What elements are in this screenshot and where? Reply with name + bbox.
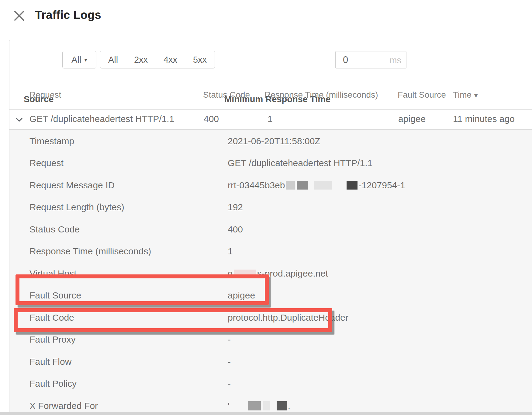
- row-time: 11 minutes ago: [453, 114, 515, 124]
- detail-label: X Forwarded For: [29, 399, 98, 412]
- redaction-block: [347, 181, 358, 190]
- row-status-code: 400: [204, 114, 219, 124]
- detail-value: '.: [228, 399, 290, 412]
- column-time-label: Time: [453, 90, 472, 99]
- value-prefix: ': [228, 401, 230, 411]
- column-request: Request: [29, 90, 61, 100]
- table-header: Request Status Code Response Time (milli…: [9, 90, 532, 109]
- detail-row-fault-source: Fault Source apigee: [9, 289, 532, 302]
- detail-row-request: Request GET /duplicateheadertest HTTP/1.…: [9, 157, 532, 169]
- bottom-strip: [0, 412, 532, 415]
- row-fault-source: apigee: [398, 114, 426, 124]
- detail-value: gs-prod.apigee.net: [228, 267, 328, 280]
- detail-value: rrt-03445b3eb-1207954-1: [228, 179, 405, 192]
- detail-row-request-message-id: Request Message ID rrt-03445b3eb-1207954…: [9, 179, 532, 192]
- detail-value: 192: [228, 201, 243, 214]
- detail-label: Fault Policy: [29, 377, 77, 390]
- detail-row-fault-flow: Fault Flow -: [9, 355, 532, 368]
- detail-label: Status Code: [29, 223, 80, 236]
- detail-row-fault-policy: Fault Policy -: [9, 377, 532, 390]
- column-time-sort[interactable]: Time▼: [453, 90, 479, 100]
- log-detail-panel: Timestamp 2021-06-20T11:58:00Z Request G…: [9, 130, 532, 412]
- redaction-block: [277, 401, 287, 410]
- sort-desc-icon: ▼: [473, 92, 479, 99]
- detail-label: Request: [29, 157, 64, 169]
- value-suffix: .: [288, 401, 290, 411]
- detail-row-status-code: Status Code 400: [9, 223, 532, 236]
- detail-label: Fault Proxy: [29, 333, 76, 346]
- value-prefix: rrt-03445b3eb: [228, 180, 285, 190]
- log-row[interactable]: GET /duplicateheadertest HTTP/1.1 400 1 …: [9, 110, 532, 129]
- detail-label: Fault Flow: [29, 355, 71, 368]
- column-fault-source: Fault Source: [398, 90, 446, 100]
- status-filter-all[interactable]: All: [100, 51, 126, 68]
- detail-row-virtual-host: Virtual Host gs-prod.apigee.net: [9, 267, 532, 280]
- detail-value: -: [228, 355, 231, 368]
- min-response-time-input[interactable]: [336, 51, 381, 68]
- detail-label: Response Time (milliseconds): [29, 245, 151, 258]
- value-suffix: -1207954-1: [358, 180, 405, 190]
- chevron-expand-icon[interactable]: [16, 114, 23, 119]
- row-response-time: 1: [268, 114, 273, 124]
- detail-label: Request Message ID: [29, 179, 115, 192]
- row-request: GET /duplicateheadertest HTTP/1.1: [29, 114, 174, 124]
- source-dropdown-value: All: [71, 55, 81, 65]
- detail-row-timestamp: Timestamp 2021-06-20T11:58:00Z: [9, 135, 532, 148]
- redaction-block: [286, 181, 295, 190]
- detail-value: -: [228, 377, 231, 390]
- detail-label: Fault Code: [29, 311, 74, 324]
- column-status-code: Status Code: [203, 90, 250, 100]
- status-filter-5xx[interactable]: 5xx: [185, 51, 215, 68]
- redaction-block: [234, 270, 256, 278]
- redaction-block: [263, 401, 270, 410]
- status-filter-4xx[interactable]: 4xx: [156, 51, 185, 68]
- column-response-time: Response Time (milliseconds): [264, 90, 378, 100]
- detail-label: Fault Source: [29, 289, 81, 302]
- status-filter-group: All 2xx 4xx 5xx: [100, 51, 215, 68]
- min-response-time-unit: ms: [389, 55, 401, 65]
- detail-value: 2021-06-20T11:58:00Z: [228, 135, 320, 148]
- detail-label: Timestamp: [29, 135, 74, 148]
- redaction-block: [314, 181, 332, 190]
- detail-value: protocol.http.DuplicateHeader: [228, 311, 348, 324]
- top-bar: Traffic Logs: [0, 0, 532, 31]
- source-dropdown[interactable]: All ▾: [62, 51, 96, 68]
- redaction-block: [297, 181, 308, 190]
- detail-value: GET /duplicateheadertest HTTP/1.1: [228, 157, 372, 169]
- detail-value: -: [228, 333, 231, 346]
- status-filter-2xx[interactable]: 2xx: [126, 51, 156, 68]
- close-icon[interactable]: [13, 10, 25, 22]
- page-title: Traffic Logs: [35, 9, 101, 22]
- detail-value: 400: [228, 223, 243, 236]
- value-suffix: s-prod.apigee.net: [257, 268, 328, 278]
- detail-value: 1: [228, 245, 233, 258]
- detail-row-x-forwarded-for: X Forwarded For '.: [9, 399, 532, 412]
- detail-value: apigee: [228, 289, 255, 302]
- value-prefix: g: [228, 268, 233, 278]
- chevron-down-icon: ▾: [84, 56, 87, 63]
- detail-row-request-length: Request Length (bytes) 192: [9, 201, 532, 214]
- redaction-block: [248, 401, 261, 410]
- detail-label: Virtual Host: [29, 267, 77, 280]
- detail-row-response-time: Response Time (milliseconds) 1: [9, 245, 532, 258]
- detail-row-fault-proxy: Fault Proxy -: [9, 333, 532, 346]
- min-response-time-field: ms: [335, 51, 406, 68]
- detail-label: Request Length (bytes): [29, 201, 124, 214]
- detail-row-fault-code: Fault Code protocol.http.DuplicateHeader: [9, 311, 532, 324]
- traffic-logs-panel: Source All ▾ All 2xx 4xx 5xx Minimum Res…: [9, 40, 532, 412]
